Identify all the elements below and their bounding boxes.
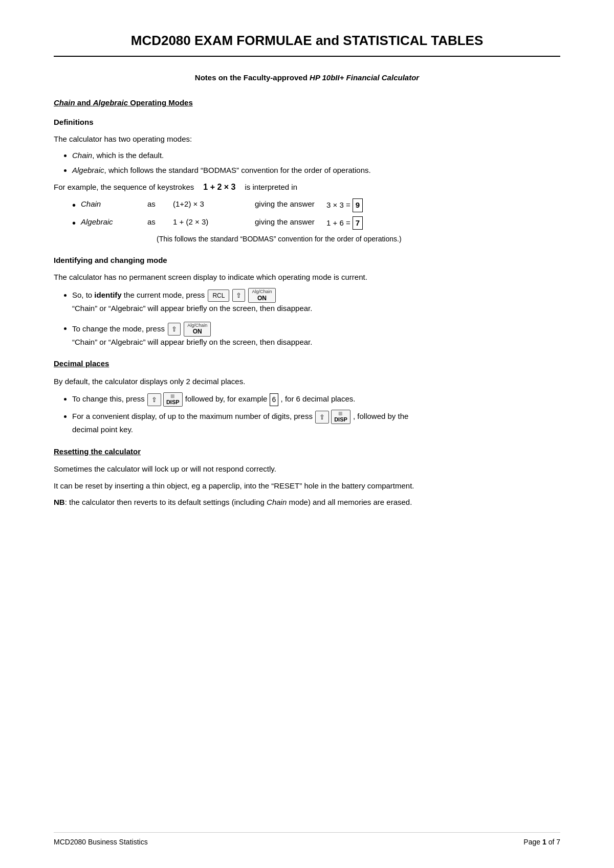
keystroke-row: For example, the sequence of keystrokes … <box>54 181 560 193</box>
page-title: MCD2080 EXAM FORMULAE and STATISTICAL TA… <box>54 31 560 57</box>
decimal-intro: By default, the calculator displays only… <box>54 376 560 388</box>
section2-heading: Identifying and changing mode <box>54 255 560 266</box>
chain-mode-answer: 3 × 3 = 9 <box>326 198 363 212</box>
chain-mode-expr: (1+2) × 3 <box>163 198 255 210</box>
decimal-prefix2: For a convenient display, of up to the m… <box>72 412 313 420</box>
reset-chain-italic: Chain <box>267 498 287 506</box>
rcl-key: RCL <box>208 290 229 302</box>
chain-mode-as: as <box>147 198 163 210</box>
alg-mode-as: as <box>147 216 163 228</box>
subtitle-italic: HP 10bII+ Financial Calculator <box>310 73 419 82</box>
identify-note: “Chain” or “Algebraic” will appear brief… <box>72 304 312 313</box>
identify-list: So, to identify the current mode, press … <box>72 288 560 348</box>
footer-left: MCD2080 Business Statistics <box>54 837 148 848</box>
algebraic-rest: , which follows the standard “BODMAS” co… <box>104 166 371 174</box>
shift-arrow-key2: ⇧ <box>168 323 181 336</box>
shift-key1: ⇧ <box>147 393 161 407</box>
identify-bold: identify <box>94 291 121 299</box>
identify-suffix: the current mode, press <box>122 291 205 299</box>
decimal-item2: For a convenient display, of up to the m… <box>72 410 560 435</box>
alg-chain-on-key: Alg/Chain ON <box>248 288 275 303</box>
heading-and: and <box>75 98 93 107</box>
footer-page-prefix: Page <box>523 838 542 846</box>
section2-intro: The calculator has no permanent screen d… <box>54 272 560 283</box>
example-suffix: is interpreted in <box>245 182 297 193</box>
six-box: 6 <box>270 393 279 406</box>
subtitle-prefix: Notes on the Faculty-approved <box>195 73 310 82</box>
footer-page-suffix: of 7 <box>546 838 560 846</box>
identify-item: So, to identify the current mode, press … <box>72 288 560 315</box>
reset-para2: It can be reset by inserting a thin obje… <box>54 480 560 492</box>
chain-bullet: • <box>72 198 76 212</box>
chain-label: Chain <box>72 151 92 160</box>
chain-mode-row: • Chain as (1+2) × 3 giving the answer 3… <box>72 198 560 212</box>
example-prefix: For example, the sequence of keystrokes <box>54 182 194 193</box>
decimal-item1: To change this, press ⇧ ▩ DISP followed … <box>72 392 560 407</box>
chain-mode-giving: giving the answer <box>255 198 326 210</box>
disp-key2: ▩ DISP <box>331 410 350 424</box>
section1-heading: Chain and Algebraic Operating Modes <box>54 97 560 109</box>
shift-key2: ⇧ <box>315 411 329 424</box>
reset-para3: NB: the calculator then reverts to its d… <box>54 497 560 508</box>
page: MCD2080 EXAM FORMULAE and STATISTICAL TA… <box>0 0 614 868</box>
identify-keys: RCL ⇧ Alg/Chain ON <box>207 288 276 303</box>
footer-right: Page 1 of 7 <box>523 837 560 848</box>
bodmas-note: (This follows the standard “BODMAS” conv… <box>157 234 560 244</box>
modes-list-item-algebraic: Algebraic, which follows the standard “B… <box>72 165 560 176</box>
decimal-mid2: , followed by the <box>353 412 408 420</box>
footer-page-number: 1 <box>542 838 546 846</box>
reset-nb: NB <box>54 498 65 506</box>
alg-bullet: • <box>72 216 76 230</box>
algebraic-heading-italic: Algebraic <box>93 98 128 107</box>
shift-arrow-key: ⇧ <box>232 289 245 302</box>
alg-mode-expr: 1 + (2 × 3) <box>163 216 255 228</box>
decimal-suffix: , for 6 decimal places. <box>281 394 356 403</box>
chain-heading-italic: Chain <box>54 98 75 107</box>
section4-heading: Resetting the calculator <box>54 446 560 458</box>
decimal-mid: followed by, for example <box>185 394 268 403</box>
identify-prefix: So, to <box>72 291 94 299</box>
reset-end: mode) and all memories are erased. <box>287 498 412 506</box>
chain-rest: , which is the default. <box>92 151 164 160</box>
example-keystroke: 1 + 2 × 3 <box>203 181 235 193</box>
decimal-suffix2: decimal point key. <box>72 425 133 434</box>
heading-rest: Operating Modes <box>128 98 193 107</box>
alg-answer-box: 7 <box>353 216 363 230</box>
section3-heading: Decimal places <box>54 358 560 370</box>
def-intro: The calculator has two operating modes: <box>54 133 560 145</box>
subtitle: Notes on the Faculty-approved HP 10bII+ … <box>54 72 560 84</box>
change-item: To change the mode, press ⇧ Alg/Chain ON… <box>72 322 560 348</box>
decimal-keys2: ⇧ ▩ DISP <box>315 410 351 424</box>
change-note: “Chain” or “Algebraic” will appear brief… <box>72 338 312 346</box>
disp-key1: ▩ DISP <box>163 392 183 407</box>
reset-para1: Sometimes the calculator will lock up or… <box>54 463 560 475</box>
footer: MCD2080 Business Statistics Page 1 of 7 <box>54 832 560 848</box>
alg-mode-giving: giving the answer <box>255 216 326 228</box>
decimal-prefix: To change this, press <box>72 394 145 403</box>
alg-mode-label: Algebraic <box>81 216 147 228</box>
alg-chain-on-key2: Alg/Chain ON <box>184 322 211 337</box>
algebraic-label: Algebraic <box>72 166 104 174</box>
modes-list: Chain, which is the default. Algebraic, … <box>72 150 560 176</box>
decimal-keys1: ⇧ ▩ DISP <box>147 392 183 407</box>
mode-table: • Chain as (1+2) × 3 giving the answer 3… <box>72 198 560 244</box>
alg-mode-row: • Algebraic as 1 + (2 × 3) giving the an… <box>72 216 560 230</box>
decimal-list: To change this, press ⇧ ▩ DISP followed … <box>72 392 560 435</box>
chain-mode-label: Chain <box>81 198 147 210</box>
change-prefix: To change the mode, press <box>72 324 165 332</box>
definitions-heading: Definitions <box>54 117 560 128</box>
modes-list-item-chain: Chain, which is the default. <box>72 150 560 162</box>
alg-mode-calc: 1 + 6 = <box>326 217 350 229</box>
alg-mode-answer: 1 + 6 = 7 <box>326 216 363 230</box>
chain-answer-box: 9 <box>353 198 363 212</box>
chain-mode-calc: 3 × 3 = <box>326 199 350 211</box>
change-keys: ⇧ Alg/Chain ON <box>167 322 212 337</box>
reset-rest: : the calculator then reverts to its def… <box>65 498 267 506</box>
